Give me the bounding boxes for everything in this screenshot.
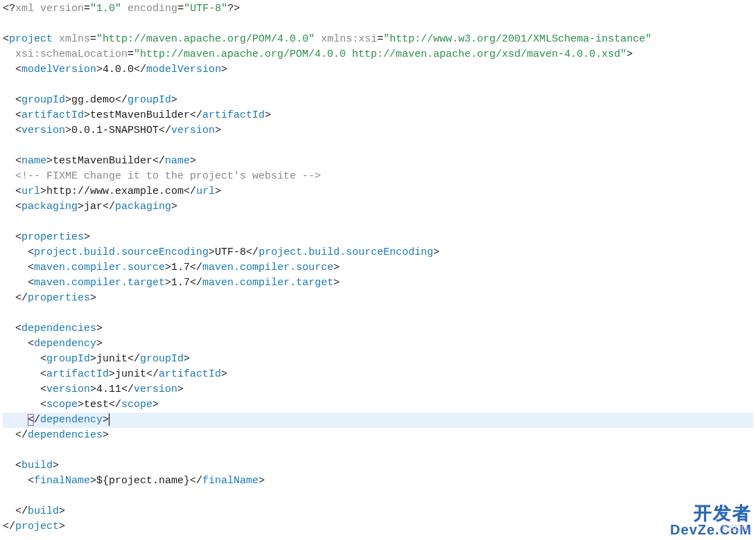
xml-code-block: <?xml version="1.0" encoding="UTF-8"?> <… (0, 0, 756, 536)
watermark-devze-cn: 开发者 (694, 505, 752, 521)
watermark-csdn: CSDN (722, 521, 748, 536)
